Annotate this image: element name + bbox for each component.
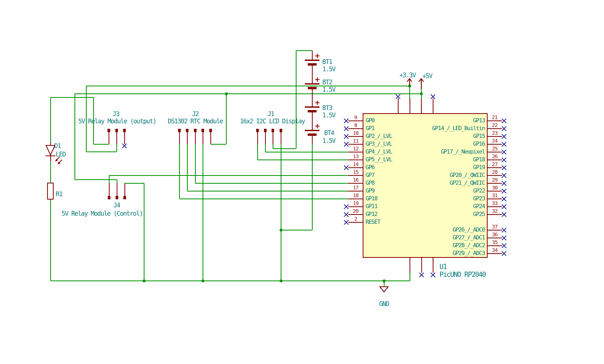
ic-pin-name: GP25 [473,211,485,218]
junction-dot [202,279,204,282]
connector-pin-pad [256,129,259,132]
pin-number: 12 [353,146,358,151]
pin-number: 11 [353,138,358,144]
no-connect-x-icon [501,133,507,139]
pin-line [312,89,313,106]
ic-pin-name: GP13 [473,117,485,124]
pin-line [195,132,196,144]
connector-pin-pad [123,129,126,132]
wire [109,175,110,183]
no-connect-x-icon [501,165,507,170]
pin-line [265,132,266,144]
no-connect-x-icon [395,94,401,99]
wire [296,50,312,51]
no-connect-x-icon [501,212,507,217]
pin-line [398,98,399,113]
wire [296,50,297,149]
wire [187,191,349,191]
connector-pin-pad [280,129,282,132]
wire [109,175,349,176]
ic-pin-name: GP12 [366,211,377,218]
pin-line [421,98,422,113]
pin-number: 21 [492,114,497,120]
no-connect-x-icon [419,272,424,278]
ic-pin-name: GP20_/_QWIIC [450,172,485,178]
no-connect-x-icon [501,204,507,209]
connector-pin-pad [123,196,126,199]
wire [409,86,410,99]
pin-number: 26 [492,154,497,159]
connector-pin-pad [108,196,110,199]
junction-dot [280,229,282,232]
pin-line [312,112,313,130]
ic-pin-name: GP23 [473,195,485,202]
pin-number: 24 [492,138,497,144]
no-connect-x-icon [343,126,349,131]
wire [179,199,349,199]
pin-line [409,79,410,86]
no-connect-x-icon [501,126,507,131]
ic-pin-name: GP0 [366,117,374,124]
ic-pin-name: GP17_/_Neopixel [441,148,485,155]
ic-pin-name: GP14_/_LED_Builtin [432,125,485,132]
ic-pin-name: GP19 [473,164,485,171]
no-connect-x-icon [430,94,436,99]
pin-line [187,132,188,144]
pin-line [281,132,281,144]
pin-line [312,66,313,83]
no-connect-x-icon [343,212,349,217]
ic-pin-name: GP21_/_QWIIC [450,180,485,186]
connector-pin-pad [272,129,274,132]
ic-pin-name: GP6 [366,164,374,171]
pin-number: 2 [354,216,357,222]
ic-pin-name: GP2_/_LVL [366,133,392,139]
no-connect-x-icon [501,180,507,186]
symbol-shapes [0,0,604,364]
connector-pin-pad [209,129,212,132]
connector-pin-pad [116,196,118,199]
wire [50,161,51,183]
no-connect-x-icon [343,133,349,139]
pin-line [312,136,313,144]
pin-number: 19 [353,200,358,206]
wire [410,273,410,281]
pin-number: 27 [492,161,497,167]
wire [117,180,117,183]
pin-line [273,132,273,144]
no-connect-x-icon [343,204,349,209]
pin-line [50,143,51,146]
wire [281,144,281,281]
no-connect-x-icon [501,227,507,233]
pin-number: 30 [492,185,497,190]
pin-number: 28 [492,169,497,175]
pin-line [257,132,258,144]
wire [74,94,75,180]
pin-number: 13 [353,154,358,159]
wire [86,151,117,152]
pin-number: 32 [492,208,497,214]
ic-pin-name: GP4_/_LVL [366,148,392,155]
connector-pin-pad [108,129,110,132]
ic-pin-name: GP26_/_ADC0 [452,226,485,233]
ic-pin-name: GP18 [473,156,485,163]
wire [265,152,349,152]
connector-pin-pad [202,129,204,132]
wire [51,97,93,98]
pin-line [203,132,203,144]
pin-number: 31 [492,193,497,198]
pin-line [124,132,125,144]
junction-dot [383,279,386,282]
pin-line [109,132,109,144]
no-connect-x-icon [501,141,507,147]
wire [86,86,87,152]
wire [312,144,313,230]
wire [257,144,258,160]
wire [281,230,312,231]
schematic-canvas: U1 PicUNO RP2040 J3 5V Relay Module (out… [0,0,604,364]
ic-pin-name: GP16 [473,141,485,147]
ic-pin-name: GP11 [366,203,377,210]
pin-number: 9 [354,114,357,120]
pin-line [117,183,117,196]
ic-pin-name: GP24 [473,203,485,210]
wire [195,183,349,184]
